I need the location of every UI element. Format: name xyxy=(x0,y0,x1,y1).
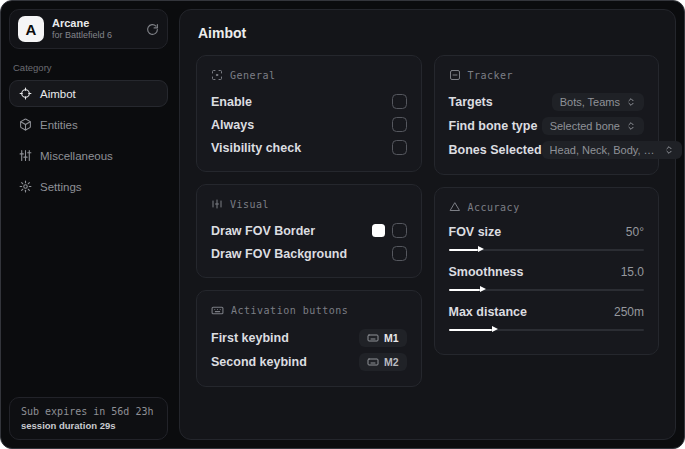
targets-dropdown[interactable]: Bots, Teams xyxy=(552,93,644,111)
setting-row-always: Always xyxy=(211,113,407,136)
enable-checkbox[interactable] xyxy=(392,94,407,109)
triangle-icon xyxy=(449,201,461,213)
setting-row-smoothness: Smoothness 15.0 xyxy=(449,262,645,294)
fov-size-slider[interactable] xyxy=(449,245,645,254)
tracker-card: Tracker Targets Bots, Teams xyxy=(434,55,660,175)
app-title-block: Arcane for Battlefield 6 xyxy=(52,17,138,41)
app-name: Arcane xyxy=(52,17,138,30)
max-distance-slider[interactable] xyxy=(449,325,645,334)
find-bone-type-dropdown[interactable]: Selected bone xyxy=(542,117,644,135)
chevrons-up-down-icon xyxy=(626,121,636,131)
sidebar-item-label: Entities xyxy=(40,119,78,131)
smoothness-slider[interactable] xyxy=(449,285,645,294)
fov-size-value: 50° xyxy=(626,225,644,239)
setting-row-find-bone-type: Find bone type Selected bone xyxy=(449,114,645,138)
setting-row-second-keybind: Second keybind M2 xyxy=(211,350,407,374)
setting-label: Targets xyxy=(449,95,493,109)
setting-label: Find bone type xyxy=(449,119,538,133)
sidebar-item-label: Settings xyxy=(40,181,82,193)
dropdown-value: Selected bone xyxy=(550,120,620,132)
app-window: A Arcane for Battlefield 6 Category Aimb… xyxy=(0,0,685,449)
setting-label: Max distance xyxy=(449,305,528,319)
keyboard-icon xyxy=(367,356,379,368)
keybind-value: M2 xyxy=(384,356,399,368)
visibility-check-checkbox[interactable] xyxy=(392,140,407,155)
setting-row-first-keybind: First keybind M1 xyxy=(211,326,407,350)
sidebar-item-miscellaneous[interactable]: Miscellaneous xyxy=(9,142,168,169)
sliders-icon xyxy=(211,198,223,210)
refresh-icon[interactable] xyxy=(146,23,159,36)
session-duration-text: session duration 29s xyxy=(21,420,156,431)
app-subtitle: for Battlefield 6 xyxy=(52,30,138,41)
setting-label: Visibility check xyxy=(211,141,301,155)
left-column: General Enable Always Visibility check xyxy=(196,55,422,387)
card-title-text: Accuracy xyxy=(468,202,520,213)
gear-icon xyxy=(19,180,32,193)
activation-buttons-card: Activation buttons First keybind M1 xyxy=(196,290,422,387)
setting-row-visibility-check: Visibility check xyxy=(211,136,407,159)
sidebar: A Arcane for Battlefield 6 Category Aimb… xyxy=(1,1,176,448)
setting-label: Second keybind xyxy=(211,355,307,369)
category-label: Category xyxy=(13,62,164,73)
box-minus-icon xyxy=(449,69,461,81)
setting-label: Always xyxy=(211,118,254,132)
second-keybind-button[interactable]: M2 xyxy=(359,353,407,371)
sidebar-item-label: Aimbot xyxy=(40,88,76,100)
sidebar-item-aimbot[interactable]: Aimbot xyxy=(9,80,168,107)
setting-label: Enable xyxy=(211,95,252,109)
card-title-text: Tracker xyxy=(468,70,514,81)
max-distance-value: 250m xyxy=(614,305,644,319)
keyboard-icon xyxy=(211,304,224,317)
card-title-text: Visual xyxy=(230,199,269,210)
first-keybind-button[interactable]: M1 xyxy=(359,329,407,347)
accuracy-card: Accuracy FOV size 50° xyxy=(434,187,660,355)
card-title-text: General xyxy=(230,70,276,81)
setting-row-draw-fov-border: Draw FOV Border xyxy=(211,219,407,242)
setting-label: FOV size xyxy=(449,225,502,239)
setting-row-fov-size: FOV size 50° xyxy=(449,222,645,254)
keyboard-icon xyxy=(367,332,379,344)
app-header-card: A Arcane for Battlefield 6 xyxy=(9,9,168,49)
crosshair-icon xyxy=(19,87,32,100)
sidebar-nav: Aimbot Entities Miscellaneous Settings xyxy=(9,80,168,200)
fov-border-color-swatch[interactable] xyxy=(372,224,385,237)
cube-icon xyxy=(19,118,32,131)
draw-fov-background-checkbox[interactable] xyxy=(392,246,407,261)
grid-icon xyxy=(19,149,32,162)
setting-label: Draw FOV Border xyxy=(211,224,315,238)
setting-row-targets: Targets Bots, Teams xyxy=(449,90,645,114)
draw-fov-border-checkbox[interactable] xyxy=(392,223,407,238)
setting-label: Draw FOV Background xyxy=(211,247,347,261)
dropdown-value: Head, Neck, Body, Pe... xyxy=(550,144,658,156)
chevrons-up-down-icon xyxy=(626,97,636,107)
always-checkbox[interactable] xyxy=(392,117,407,132)
dropdown-value: Bots, Teams xyxy=(560,96,620,108)
subscription-info-card: Sub expires in 56d 23h session duration … xyxy=(9,397,168,440)
setting-row-bones-selected: Bones Selected Head, Neck, Body, Pe... xyxy=(449,138,645,162)
chevrons-up-down-icon xyxy=(664,145,674,155)
sub-expiry-text: Sub expires in 56d 23h xyxy=(21,406,156,417)
setting-row-enable: Enable xyxy=(211,90,407,113)
scan-target-icon xyxy=(211,69,223,81)
general-card: General Enable Always Visibility check xyxy=(196,55,422,172)
setting-label: Smoothness xyxy=(449,265,524,279)
keybind-value: M1 xyxy=(384,332,399,344)
setting-label: Bones Selected xyxy=(449,143,542,157)
setting-row-draw-fov-background: Draw FOV Background xyxy=(211,242,407,265)
sidebar-item-settings[interactable]: Settings xyxy=(9,173,168,200)
visual-card: Visual Draw FOV Border Draw FOV Backgrou… xyxy=(196,184,422,278)
smoothness-value: 15.0 xyxy=(621,265,644,279)
page-title: Aimbot xyxy=(198,25,659,41)
right-column: Tracker Targets Bots, Teams xyxy=(434,55,660,355)
sidebar-item-label: Miscellaneous xyxy=(40,150,113,162)
setting-row-max-distance: Max distance 250m xyxy=(449,302,645,334)
setting-label: First keybind xyxy=(211,331,289,345)
content-panel: Aimbot General Enable xyxy=(179,9,676,440)
sidebar-item-entities[interactable]: Entities xyxy=(9,111,168,138)
bones-selected-dropdown[interactable]: Head, Neck, Body, Pe... xyxy=(542,141,682,159)
main-area: Aimbot General Enable xyxy=(176,1,684,448)
app-logo: A xyxy=(18,16,44,42)
card-title-text: Activation buttons xyxy=(231,305,348,316)
